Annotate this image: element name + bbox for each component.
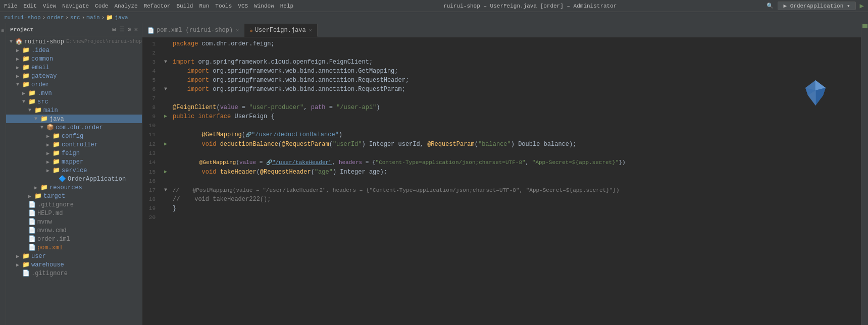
tree-item-feign[interactable]: ▶ 📁 feign	[6, 149, 142, 157]
code-content[interactable]: import org.springframework.web.bind.anno…	[171, 76, 861, 85]
menu-build[interactable]: Build	[176, 3, 193, 9]
tree-item-service[interactable]: ▶ 📁 service	[6, 166, 142, 175]
menu-navigate[interactable]: Navigate	[62, 3, 89, 9]
code-content[interactable]: void takeHeader(@RequestHeader("age") In…	[171, 168, 861, 177]
tab-close-button[interactable]: ✕	[309, 27, 312, 33]
line-number: 10	[142, 121, 161, 130]
folder-icon: 📁	[34, 192, 42, 200]
close-icon[interactable]: ✕	[134, 26, 138, 33]
menu-run[interactable]: Run	[199, 3, 209, 9]
tree-item-gitignore1[interactable]: 📄 .gitignore	[6, 200, 142, 209]
code-editor[interactable]: 1 package com.dhr.order.feign; 2 3 ▼ imp…	[142, 37, 861, 325]
menu-tools[interactable]: Tools	[215, 3, 232, 9]
code-content[interactable]: void deductionBalance(@RequestParam("use…	[171, 140, 861, 149]
menu-file[interactable]: File	[4, 3, 17, 9]
tree-item-order-iml[interactable]: 📄 order.iml	[6, 235, 142, 243]
chevron-down-icon: ▼	[28, 107, 34, 113]
code-content[interactable]: public interface UserFeign {	[171, 112, 861, 121]
menu-window[interactable]: Window	[254, 3, 274, 9]
code-content[interactable]: // void takeHeader222();	[171, 195, 861, 204]
expand-all-icon[interactable]: ⊞	[112, 26, 116, 33]
run-button[interactable]: ▶	[860, 2, 864, 10]
right-gutter[interactable]	[861, 23, 868, 325]
tab-userfeign-java[interactable]: ☕ UserFeign.java ✕	[244, 24, 317, 37]
menu-view[interactable]: View	[43, 3, 56, 9]
code-content[interactable]: import org.springframework.web.bind.anno…	[171, 67, 861, 76]
breadcrumb-item[interactable]: main	[86, 15, 99, 21]
fold-icon[interactable]: ▼	[164, 85, 167, 94]
breadcrumb-item[interactable]: ruirui-shop	[4, 15, 41, 21]
code-line-3: 3 ▼ import org.springframework.cloud.ope…	[142, 58, 861, 67]
tree-item-pom-xml[interactable]: 📄 pom.xml	[6, 243, 142, 252]
tree-item-resources[interactable]: ▶ 📁 resources	[6, 183, 142, 192]
code-content[interactable]: // @PostMapping(value = "/user/takeHeade…	[171, 186, 861, 195]
tree-label: mvnw	[37, 219, 52, 226]
chevron-right-icon: ▶	[16, 47, 22, 53]
sidebar-icons: ⊞ ☰ ⚙ ✕	[112, 26, 138, 33]
tree-item-main[interactable]: ▼ 📁 main	[6, 106, 142, 115]
folder-icon: 📁	[106, 14, 113, 21]
sidebar-tree[interactable]: ▼ 🏠 ruirui-shop E:\newProject\ruirui-sho…	[6, 36, 142, 325]
run-gutter-icon[interactable]: ▶	[164, 112, 167, 121]
menu-edit[interactable]: Edit	[23, 3, 36, 9]
left-panel-icon[interactable]: ⊞	[1, 29, 6, 32]
tree-item-email[interactable]: ▶ 📁 email	[6, 63, 142, 72]
menu-vcs[interactable]: VCS	[238, 3, 248, 9]
tree-label: pom.xml	[37, 244, 63, 251]
tree-item-order-application[interactable]: 🔷 OrderApplication	[6, 175, 142, 183]
code-content[interactable]: }	[171, 204, 861, 213]
tree-item-src[interactable]: ▼ 📁 src	[6, 97, 142, 106]
code-line-1: 1 package com.dhr.order.feign;	[142, 39, 861, 48]
code-line-16: 16	[142, 177, 861, 186]
tree-item-com-dhr-order[interactable]: ▼ 📦 com.dhr.order	[6, 123, 142, 132]
menu-refactor[interactable]: Refactor	[144, 3, 171, 9]
code-content[interactable]: @GetMapping(🔗"/user/deductionBalance")	[171, 130, 861, 140]
code-content[interactable]: package com.dhr.order.feign;	[171, 39, 861, 48]
run-config-dropdown[interactable]: ▶ OrderApplication ▾	[778, 2, 855, 10]
tree-item-warehouse[interactable]: ▶ 📁 warehouse	[6, 260, 142, 269]
breadcrumb-item[interactable]: java	[115, 15, 128, 21]
file-icon: 📄	[28, 227, 36, 234]
tab-close-button[interactable]: ✕	[236, 27, 239, 33]
code-content[interactable]: import org.springframework.cloud.openfei…	[171, 58, 861, 67]
tree-item-help[interactable]: 📄 HELP.md	[6, 209, 142, 218]
tree-item-common[interactable]: ▶ 📁 common	[6, 55, 142, 63]
menu-help[interactable]: Help	[280, 3, 293, 9]
run-gutter-icon[interactable]: ▶	[164, 140, 167, 149]
tree-label: .idea	[31, 47, 49, 54]
tree-label: mapper	[62, 158, 83, 166]
folder-icon: 📁	[22, 55, 30, 63]
code-content[interactable]: @GetMapping(value = 🔗"/user/takeHeader",…	[171, 158, 861, 168]
tree-item-mvn[interactable]: ▶ 📁 .mvn	[6, 89, 142, 97]
tree-item-java[interactable]: ▼ 📁 java	[6, 115, 142, 123]
tree-item-order[interactable]: ▼ 📁 order	[6, 80, 142, 89]
code-content[interactable]: import org.springframework.web.bind.anno…	[171, 85, 861, 94]
tree-item-user[interactable]: ▶ 📁 user	[6, 252, 142, 260]
tab-pom-xml[interactable]: 📄 pom.xml (ruirui-shop) ✕	[142, 24, 244, 37]
tree-item-mvnw-cmd[interactable]: 📄 mvnw.cmd	[6, 226, 142, 235]
tree-item-gitignore2[interactable]: 📄 .gitignore	[6, 269, 142, 278]
menu-analyze[interactable]: Analyze	[114, 3, 137, 9]
tree-item-target[interactable]: ▶ 📁 target	[6, 192, 142, 200]
menu-bar[interactable]: File Edit View Navigate Code Analyze Ref…	[4, 3, 293, 9]
tree-item-controller[interactable]: ▶ 📁 controller	[6, 140, 142, 149]
tree-item-idea[interactable]: ▶ 📁 .idea	[6, 46, 142, 55]
tree-label: order	[31, 81, 49, 88]
run-gutter-icon[interactable]: ▶	[164, 168, 167, 177]
gear-icon[interactable]: ⚙	[128, 26, 131, 33]
folder-icon: 📁	[22, 252, 30, 260]
breadcrumb-item[interactable]: src	[70, 15, 80, 21]
menu-code[interactable]: Code	[95, 3, 108, 9]
tree-item-mapper[interactable]: ▶ 📁 mapper	[6, 157, 142, 166]
tree-item-ruirui-shop[interactable]: ▼ 🏠 ruirui-shop E:\newProject\ruirui-sho…	[6, 37, 142, 46]
code-content[interactable]: @FeignClient(value = "user-producer", pa…	[171, 103, 861, 112]
collapse-all-icon[interactable]: ☰	[119, 26, 125, 33]
fold-icon[interactable]: ▼	[164, 186, 167, 195]
tree-item-config[interactable]: ▶ 📁 config	[6, 132, 142, 140]
breadcrumb-item[interactable]: order	[47, 15, 64, 21]
tree-item-mvnw[interactable]: 📄 mvnw	[6, 218, 142, 226]
line-number: 9	[142, 112, 161, 121]
tree-item-gateway[interactable]: ▶ 📁 gateway	[6, 72, 142, 80]
file-icon: 📄	[28, 235, 36, 243]
fold-icon[interactable]: ▼	[164, 58, 167, 67]
